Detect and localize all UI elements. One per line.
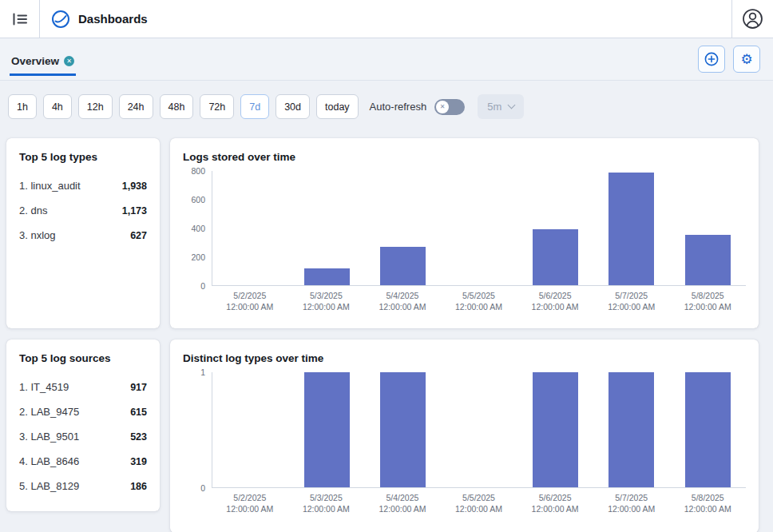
range-button-48h[interactable]: 48h: [160, 94, 194, 119]
user-menu-button[interactable]: [731, 0, 773, 38]
chart-bar[interactable]: [533, 229, 578, 285]
chart-bar[interactable]: [685, 235, 731, 285]
top-log-types-card: Top 5 log types 1. linux_audit1,9382. dn…: [6, 138, 160, 328]
chart-bar[interactable]: [380, 247, 426, 285]
bar-slot: [365, 171, 441, 285]
bar-slot: [441, 171, 517, 285]
y-tick-label: 1: [200, 367, 205, 377]
plus-circle-icon: [704, 52, 719, 66]
list-item-value: 627: [130, 230, 147, 241]
settings-button[interactable]: ⚙: [733, 46, 760, 73]
y-tick-label: 400: [191, 224, 205, 233]
bar-slot: [593, 372, 669, 487]
range-button-today[interactable]: today: [316, 94, 359, 119]
refresh-interval-value: 5m: [487, 101, 501, 113]
top-log-types-list: 1. linux_audit1,9382. dns1,1733. nxlog62…: [19, 173, 147, 248]
list-item-label: 5. LAB_8129: [19, 480, 79, 492]
app-logo-icon: [51, 10, 70, 29]
list-item-label: 3. LAB_9501: [19, 431, 79, 443]
toggle-knob-icon: ✕: [436, 101, 449, 113]
list-item-label: 2. dns: [19, 204, 47, 216]
list-item-value: 615: [130, 407, 147, 418]
list-item: 3. nxlog627: [19, 223, 147, 248]
auto-refresh-toggle[interactable]: ✕: [434, 99, 465, 115]
tabbar-actions: ⚙: [698, 46, 760, 73]
chart-bar[interactable]: [608, 372, 654, 487]
range-button-30d[interactable]: 30d: [276, 94, 310, 119]
y-tick-label: 0: [200, 281, 205, 291]
range-button-24h[interactable]: 24h: [119, 94, 153, 119]
add-panel-button[interactable]: [698, 46, 725, 73]
list-item-value: 917: [130, 382, 147, 393]
bar-slot: [212, 171, 288, 285]
y-axis: 0200400600800: [183, 171, 212, 286]
list-item-value: 319: [130, 456, 147, 467]
chart-bar[interactable]: [304, 268, 350, 285]
range-button-1h[interactable]: 1h: [8, 94, 37, 119]
auto-refresh-label: Auto-refresh: [370, 101, 427, 113]
x-tick-label: 5/2/2025 12:00:00 AM: [212, 291, 288, 312]
y-tick-label: 800: [191, 166, 205, 176]
range-button-7d[interactable]: 7d: [240, 94, 269, 119]
x-tick-label: 5/5/2025 12:00:00 AM: [441, 493, 517, 514]
plot-area: [212, 171, 746, 286]
chart-bar[interactable]: [685, 372, 731, 487]
chart-bar[interactable]: [380, 372, 426, 487]
time-toolbar: 1h4h12h24h48h72h7d30dtoday Auto-refresh …: [0, 81, 773, 119]
x-tick-label: 5/6/2025 12:00:00 AM: [517, 493, 593, 514]
refresh-interval-select[interactable]: 5m: [478, 94, 524, 119]
menu-toggle-button[interactable]: [0, 0, 40, 38]
x-tick-label: 5/6/2025 12:00:00 AM: [517, 291, 593, 312]
x-tick-label: 5/8/2025 12:00:00 AM: [669, 493, 746, 514]
list-item: 2. LAB_9475615: [19, 399, 147, 424]
y-tick-label: 600: [191, 195, 205, 204]
y-axis: 01: [183, 372, 212, 488]
app: Dashboards Overview ✕ ⚙: [0, 0, 773, 532]
chart-bar[interactable]: [608, 173, 654, 285]
tab-overview[interactable]: Overview ✕: [10, 55, 76, 76]
chart-bar[interactable]: [533, 372, 578, 487]
tab-bar: Overview ✕ ⚙: [0, 38, 773, 81]
x-tick-label: 5/4/2025 12:00:00 AM: [364, 291, 441, 312]
tab-overview-label: Overview: [11, 55, 59, 67]
range-button-12h[interactable]: 12h: [78, 94, 113, 119]
x-tick-label: 5/5/2025 12:00:00 AM: [441, 291, 517, 312]
bar-slot: [212, 372, 288, 487]
list-item-label: 1. linux_audit: [19, 180, 81, 192]
logs-stored-title: Logs stored over time: [183, 151, 746, 163]
list-item-label: 1. IT_4519: [19, 381, 69, 393]
bar-slot: [517, 171, 593, 285]
list-item: 1. linux_audit1,938: [19, 173, 147, 198]
bar-slot: [670, 372, 746, 487]
list-item-value: 1,173: [122, 205, 147, 216]
y-tick-label: 0: [200, 483, 205, 493]
bar-slot: [288, 372, 364, 487]
list-item-label: 3. nxlog: [19, 229, 56, 241]
x-tick-label: 5/3/2025 12:00:00 AM: [288, 493, 365, 514]
range-button-4h[interactable]: 4h: [43, 94, 72, 119]
range-button-72h[interactable]: 72h: [200, 94, 234, 119]
x-tick-label: 5/2/2025 12:00:00 AM: [212, 493, 288, 514]
distinct-log-types-chart: 015/2/2025 12:00:00 AM5/3/2025 12:00:00 …: [183, 372, 746, 514]
y-tick-label: 200: [191, 252, 205, 262]
brand: Dashboards: [40, 0, 731, 38]
list-item-label: 4. LAB_8646: [19, 455, 79, 467]
x-tick-label: 5/4/2025 12:00:00 AM: [364, 493, 441, 514]
dashboard-grid: Top 5 log types 1. linux_audit1,9382. dn…: [6, 138, 759, 532]
bar-slot: [288, 171, 364, 285]
top-log-types-title: Top 5 log types: [19, 151, 147, 163]
list-item: 4. LAB_8646319: [19, 449, 147, 474]
bar-slot: [670, 171, 746, 285]
chart-bar[interactable]: [304, 372, 350, 487]
bar-slot: [517, 372, 593, 487]
list-item-label: 2. LAB_9475: [19, 406, 79, 418]
top-log-sources-card: Top 5 log sources 1. IT_45199172. LAB_94…: [6, 339, 160, 511]
x-tick-label: 5/3/2025 12:00:00 AM: [288, 291, 365, 312]
plot-area: [212, 372, 746, 488]
bar-slot: [441, 372, 517, 487]
x-axis: 5/2/2025 12:00:00 AM5/3/2025 12:00:00 AM…: [183, 291, 746, 312]
list-item: 2. dns1,173: [19, 198, 147, 223]
menu-icon: [11, 10, 29, 28]
list-item-value: 186: [130, 481, 147, 492]
list-item: 3. LAB_9501523: [19, 424, 147, 449]
